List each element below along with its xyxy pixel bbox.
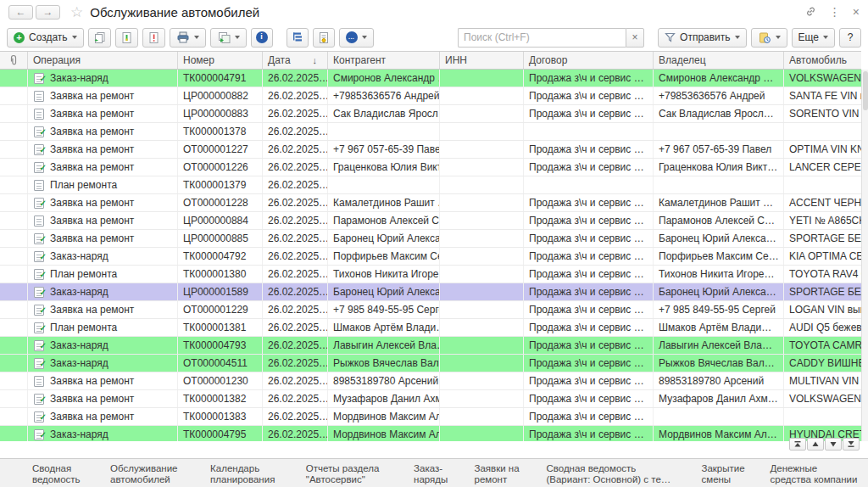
cell-owner[interactable]: Шмаков Артём Влади… bbox=[654, 319, 784, 336]
cell-date[interactable]: 26.02.2025… bbox=[263, 337, 328, 354]
cell-owner[interactable]: Парамонов Алексей С… bbox=[654, 212, 784, 229]
cell-owner[interactable]: Тихонов Никита Игоре… bbox=[654, 266, 784, 283]
create-based-on-button[interactable] bbox=[210, 28, 247, 48]
cell-inn[interactable] bbox=[440, 408, 524, 425]
cell-owner[interactable]: Баронец Юрий Алекса… bbox=[654, 230, 784, 247]
cell-number[interactable]: ТК000001379 bbox=[178, 176, 263, 193]
cell-owner[interactable] bbox=[654, 176, 784, 193]
cell-operation[interactable]: Заявка на ремонт bbox=[28, 390, 178, 407]
table-row[interactable]: Заявка на ремонт ЦР000000884 26.02.2025…… bbox=[0, 212, 861, 230]
cell-inn[interactable] bbox=[440, 355, 524, 372]
cell-operation[interactable]: Заявка на ремонт bbox=[28, 123, 178, 140]
cell-contract[interactable]: Продажа з\ч и сервис … bbox=[524, 248, 654, 265]
cell-number[interactable]: ЦР000000884 bbox=[178, 212, 263, 229]
cell-number[interactable]: ОТ000004511 bbox=[178, 355, 263, 372]
cell-inn[interactable] bbox=[440, 372, 524, 389]
cell-car[interactable]: CADDY ВИШНЕВЫЙ … bbox=[784, 355, 861, 372]
cell-inn[interactable] bbox=[440, 105, 524, 122]
back-button[interactable]: ← bbox=[8, 5, 33, 20]
cell-counterparty[interactable] bbox=[328, 176, 440, 193]
cell-operation[interactable]: Заявка на ремонт bbox=[28, 230, 178, 247]
cell-counterparty[interactable]: +7 967 057-65-39 Павел bbox=[328, 141, 440, 158]
footer-link[interactable]: Заказ-наряды bbox=[414, 463, 454, 485]
footer-link[interactable]: Сводная ведомость (Вариант: Основной) с … bbox=[546, 463, 682, 485]
send-button[interactable]: Отправить bbox=[658, 28, 747, 48]
cell-car[interactable]: VOLKSWAGEN PASSA… bbox=[784, 70, 861, 87]
table-row[interactable]: Заявка на ремонт ЦР000000882 26.02.2025…… bbox=[0, 87, 861, 105]
table-row[interactable]: Заказ-наряд ТК000004792 26.02.2025… Порф… bbox=[0, 248, 861, 266]
create-by-copy-button[interactable] bbox=[88, 28, 111, 48]
scroll-bottom-button[interactable] bbox=[843, 438, 860, 451]
cell-inn[interactable] bbox=[440, 159, 524, 176]
favorite-star-icon[interactable]: ☆ bbox=[70, 3, 83, 21]
table-row[interactable]: Заявка на ремонт ТК000001382 26.02.2025…… bbox=[0, 390, 861, 408]
cell-car[interactable]: KIA OPTIMA СЕРЫЙ vi… bbox=[784, 248, 861, 265]
cell-counterparty[interactable]: Парамонов Алексей С… bbox=[328, 212, 440, 229]
cell-number[interactable]: ТК000004791 bbox=[178, 70, 263, 87]
cell-date[interactable]: 26.02.2025… bbox=[263, 355, 328, 372]
cell-operation[interactable]: Заявка на ремонт bbox=[28, 105, 178, 122]
cell-car[interactable]: LOGAN VIN выывыв bbox=[784, 301, 861, 318]
cell-operation[interactable]: Заказ-наряд bbox=[28, 426, 178, 441]
cell-inn[interactable] bbox=[440, 426, 524, 441]
more-button[interactable]: Еще bbox=[792, 28, 835, 48]
cell-inn[interactable] bbox=[440, 230, 524, 247]
cell-contract[interactable]: Продажа з\ч и сервис … bbox=[524, 337, 654, 354]
cell-owner[interactable]: Граценкова Юлия Викт… bbox=[654, 159, 784, 176]
cell-number[interactable]: ЦР000001589 bbox=[178, 283, 263, 300]
cell-contract[interactable]: Продажа з\ч и сервис … bbox=[524, 301, 654, 318]
table-row[interactable]: Заявка на ремонт ЦР000000885 26.02.2025…… bbox=[0, 230, 861, 248]
cell-inn[interactable] bbox=[440, 319, 524, 336]
cell-contract[interactable]: Продажа з\ч и сервис … bbox=[524, 390, 654, 407]
table-row[interactable]: План ремонта ТК000001379 26.02.2025… bbox=[0, 176, 861, 194]
cell-car[interactable] bbox=[784, 123, 861, 140]
cell-owner[interactable]: Сак Владислав Яросл… bbox=[654, 105, 784, 122]
post-document-button[interactable] bbox=[115, 28, 138, 48]
cell-date[interactable]: 26.02.2025… bbox=[263, 105, 328, 122]
cell-date[interactable]: 26.02.2025… bbox=[263, 87, 328, 104]
cell-contract[interactable]: Продажа з\ч и сервис … bbox=[524, 141, 654, 158]
footer-link[interactable]: Заявки на ремонт bbox=[474, 463, 526, 485]
cell-car[interactable]: TOYOTA RAV4 СЕРЫЙ… bbox=[784, 266, 861, 283]
cell-operation[interactable]: Заявка на ремонт bbox=[28, 408, 178, 425]
table-row[interactable]: Заказ-наряд ТК000004793 26.02.2025… Лавы… bbox=[0, 337, 861, 355]
table-row[interactable]: Заказ-наряд ТК000004791 26.02.2025… Смир… bbox=[0, 70, 861, 87]
tree-view-button[interactable] bbox=[287, 28, 309, 48]
cell-owner[interactable]: Порфирьев Максим Се… bbox=[654, 248, 784, 265]
column-inn[interactable]: ИНН bbox=[440, 52, 524, 69]
cell-owner[interactable]: Рыжков Вячеслав Вал… bbox=[654, 355, 784, 372]
cell-owner[interactable]: +79853636576 Андрей bbox=[654, 87, 784, 104]
cell-operation[interactable]: Заявка на ремонт bbox=[28, 194, 178, 211]
cell-operation[interactable]: План ремонта bbox=[28, 266, 178, 283]
cell-contract[interactable]: Продажа з\ч и сервис … bbox=[524, 212, 654, 229]
cell-operation[interactable]: Заявка на ремонт bbox=[28, 372, 178, 389]
cell-contract[interactable]: Продажа з\ч и сервис … bbox=[524, 266, 654, 283]
cell-contract[interactable]: Продажа з\ч и сервис … bbox=[524, 230, 654, 247]
cell-car[interactable]: SPORTAGE БЕЛЫЙ №… bbox=[784, 230, 861, 247]
cell-inn[interactable] bbox=[440, 70, 524, 87]
table-row[interactable]: Заказ-наряд ТК000004795 26.02.2025… Морд… bbox=[0, 426, 861, 441]
cell-number[interactable]: ТК000001383 bbox=[178, 408, 263, 425]
table-row[interactable]: Заявка на ремонт ТК000001378 26.02.2025… bbox=[0, 123, 861, 141]
cell-owner[interactable] bbox=[654, 408, 784, 425]
cell-inn[interactable] bbox=[440, 194, 524, 211]
column-contract[interactable]: Договор bbox=[524, 52, 654, 69]
cell-counterparty[interactable]: Баронец Юрий Алекса… bbox=[328, 230, 440, 247]
cell-counterparty[interactable]: 89853189780 Арсений bbox=[328, 372, 440, 389]
cell-contract[interactable]: Продажа з\ч и сервис … bbox=[524, 319, 654, 336]
more-actions-circle-button[interactable]: ... bbox=[339, 28, 374, 48]
cell-car[interactable]: OPTIMA VIN KNAGW4… bbox=[784, 141, 861, 158]
cell-owner[interactable]: Музафаров Данил Ахм… bbox=[654, 390, 784, 407]
cell-contract[interactable]: Продажа з\ч и сервис … bbox=[524, 194, 654, 211]
table-row[interactable]: Заявка на ремонт ОТ000001226 26.02.2025…… bbox=[0, 159, 861, 176]
cell-date[interactable]: 26.02.2025… bbox=[263, 390, 328, 407]
cell-car[interactable] bbox=[784, 408, 861, 425]
cell-date[interactable]: 26.02.2025… bbox=[263, 212, 328, 229]
cell-operation[interactable]: Заявка на ремонт bbox=[28, 212, 178, 229]
footer-link[interactable]: Календарь планирования bbox=[210, 463, 287, 485]
cell-operation[interactable]: Заказ-наряд bbox=[28, 283, 178, 300]
cell-owner[interactable]: +7 967 057-65-39 Павел bbox=[654, 141, 784, 158]
search-input[interactable] bbox=[458, 28, 626, 48]
cell-counterparty[interactable]: Музафаров Данил Ахм… bbox=[328, 390, 440, 407]
cell-date[interactable]: 26.02.2025… bbox=[263, 141, 328, 158]
